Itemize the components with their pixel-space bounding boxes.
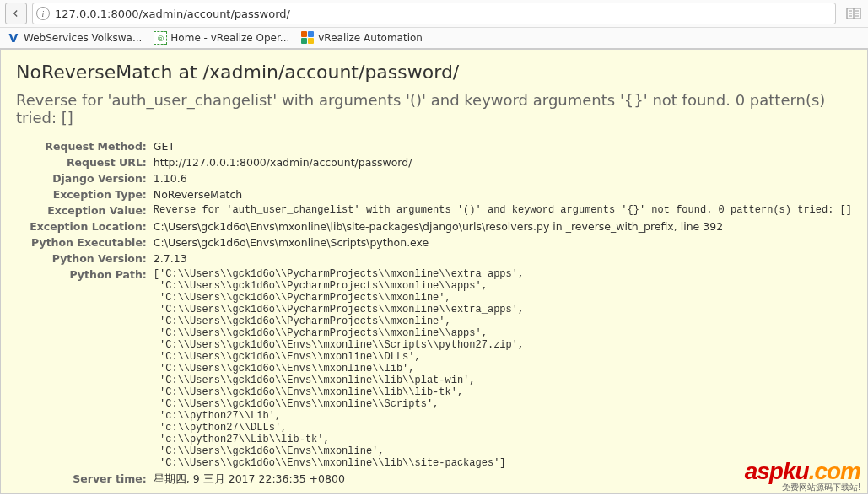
error-title: NoReverseMatch at /xadmin/account/passwo… [16, 62, 852, 83]
table-row: Python Executable: C:\Users\gck1d6o\Envs… [16, 235, 852, 251]
bookmark-label: WebServices Volkswa... [24, 32, 142, 44]
bookmark-vrealize-auto[interactable]: vRealize Automation [301, 31, 423, 45]
value-request-url: http://127.0.0.1:8000/xadmin/account/pas… [154, 154, 852, 170]
watermark: aspku.com 免费网站源码下载站! [745, 460, 860, 492]
browser-chrome: i 127.0.0.1:8000/xadmin/account/password… [0, 0, 868, 49]
bookmark-webservices[interactable]: V WebServices Volkswa... [7, 31, 142, 45]
bookmarks-bar: V WebServices Volkswa... ◎ Home - vReali… [0, 28, 868, 48]
error-subtitle: Reverse for 'auth_user_changelist' with … [16, 91, 852, 127]
bookmark-vrealize-icon: ◎ [154, 31, 167, 45]
back-button[interactable] [5, 3, 27, 24]
label-exception-type: Exception Type: [16, 186, 154, 202]
value-python-executable: C:\Users\gck1d6o\Envs\mxonline\Scripts\p… [154, 235, 852, 251]
django-error-page: NoReverseMatch at /xadmin/account/passwo… [0, 49, 868, 494]
url-bar[interactable]: i 127.0.0.1:8000/xadmin/account/password… [32, 3, 836, 24]
arrow-left-icon [10, 8, 22, 19]
label-python-path: Python Path: [16, 267, 154, 471]
bookmark-squares-icon [301, 31, 315, 45]
table-row: Exception Type: NoReverseMatch [16, 186, 852, 202]
table-row: Python Path: ['C:\\Users\\gck1d6o\\Pycha… [16, 267, 852, 471]
table-row: Exception Value: Reverse for 'auth_user_… [16, 202, 852, 218]
table-row: Server time: 星期四, 9 三月 2017 22:36:35 +08… [16, 471, 852, 488]
table-row: Request Method: GET [16, 138, 852, 154]
navigation-bar: i 127.0.0.1:8000/xadmin/account/password… [0, 0, 868, 28]
label-django-version: Django Version: [16, 170, 154, 186]
value-exception-value: Reverse for 'auth_user_changelist' with … [154, 202, 852, 218]
info-icon[interactable]: i [36, 7, 50, 20]
label-python-version: Python Version: [16, 251, 154, 267]
value-python-version: 2.7.13 [154, 251, 852, 267]
table-row: Exception Location: C:\Users\gck1d6o\Env… [16, 218, 852, 235]
watermark-logo: aspku.com [745, 460, 860, 483]
bookmark-vrealize-oper[interactable]: ◎ Home - vRealize Oper... [154, 31, 289, 45]
url-text: 127.0.0.1:8000/xadmin/account/password/ [55, 8, 832, 20]
label-server-time: Server time: [16, 471, 154, 488]
reader-mode-icon[interactable] [844, 6, 863, 21]
error-meta-table: Request Method: GET Request URL: http://… [16, 138, 852, 488]
value-exception-location: C:\Users\gck1d6o\Envs\mxonline\lib\site-… [154, 218, 852, 235]
bookmark-label: vRealize Automation [318, 32, 423, 44]
value-request-method: GET [154, 138, 852, 154]
table-row: Python Version: 2.7.13 [16, 251, 852, 267]
value-python-path: ['C:\\Users\\gck1d6o\\PycharmProjects\\m… [154, 267, 852, 471]
value-django-version: 1.10.6 [154, 170, 852, 186]
label-exception-value: Exception Value: [16, 202, 154, 218]
label-request-method: Request Method: [16, 138, 154, 154]
label-python-executable: Python Executable: [16, 235, 154, 251]
bookmark-v-icon: V [7, 31, 20, 45]
table-row: Request URL: http://127.0.0.1:8000/xadmi… [16, 154, 852, 170]
bookmark-label: Home - vRealize Oper... [170, 32, 289, 44]
watermark-subtitle: 免费网站源码下载站! [745, 483, 860, 492]
table-row: Django Version: 1.10.6 [16, 170, 852, 186]
label-request-url: Request URL: [16, 154, 154, 170]
label-exception-location: Exception Location: [16, 218, 154, 235]
value-exception-type: NoReverseMatch [154, 186, 852, 202]
